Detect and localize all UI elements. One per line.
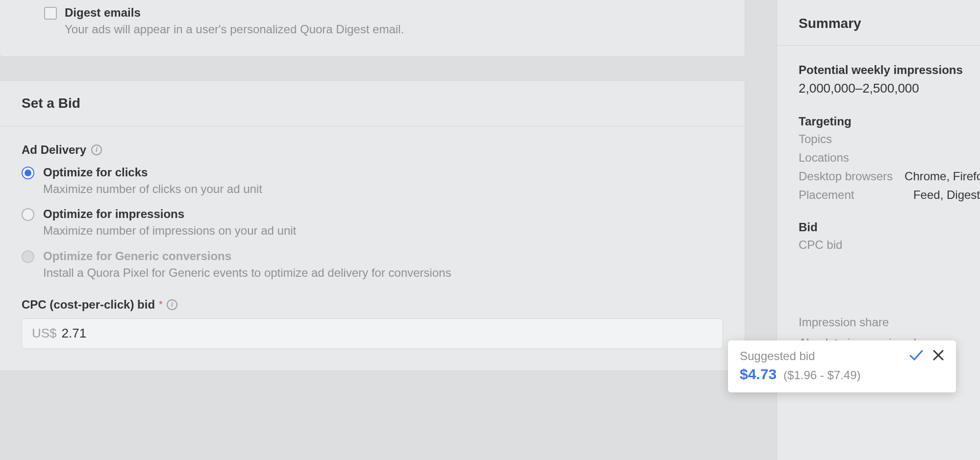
cpc-label: CPC (cost-per-click) bid [22, 298, 155, 312]
summary-title: Summary [777, 0, 980, 46]
info-icon[interactable]: i [91, 145, 102, 155]
targeting-topics-key: Topics [799, 132, 832, 146]
targeting-label: Targeting [799, 115, 980, 128]
optimize-clicks-radio[interactable] [22, 167, 34, 179]
optimize-impressions-radio[interactable] [22, 208, 34, 221]
ad-delivery-label: Ad Delivery [22, 143, 86, 157]
suggested-bid-value: $4.73 [740, 366, 777, 383]
placements-card: Digest emails Your ads will appear in a … [0, 0, 745, 57]
targeting-browsers-val: Chrome, Firefox, Safari, Other [905, 169, 980, 183]
optimize-clicks-row[interactable]: Optimize for clicks Maximize number of c… [22, 166, 723, 196]
cpc-bid-input[interactable] [62, 326, 160, 341]
ad-delivery-label-row: Ad Delivery i [22, 143, 723, 157]
targeting-browsers-key: Desktop browsers [799, 169, 893, 183]
placement-digest-row[interactable]: Digest emails Your ads will appear in a … [0, 0, 745, 43]
optimize-impressions-desc: Maximize number of impressions on your a… [43, 223, 723, 238]
suggested-bid-title: Suggested bid [740, 349, 815, 363]
optimize-impressions-title: Optimize for impressions [43, 207, 723, 221]
optimize-conversions-row: Optimize for Generic conversions Install… [22, 249, 723, 280]
optimize-clicks-desc: Maximize number of clicks on your ad uni… [43, 181, 723, 196]
optimize-conversions-desc: Install a Quora Pixel for Generic events… [43, 265, 723, 280]
optimize-impressions-row[interactable]: Optimize for impressions Maximize number… [22, 207, 723, 238]
targeting-locations-key: Locations [799, 151, 849, 165]
optimize-clicks-title: Optimize for clicks [43, 166, 723, 179]
suggested-bid-tooltip: Suggested bid $4.73 ($1.96 - $7.49) [728, 340, 956, 392]
optimize-conversions-title: Optimize for Generic conversions [43, 249, 723, 263]
required-star: * [159, 299, 163, 310]
targeting-placement-key: Placement [799, 188, 854, 202]
impressions-value: 2,000,000–2,500,000 [799, 81, 980, 96]
currency-prefix: US$ [32, 326, 57, 341]
cpc-bid-input-wrap[interactable]: US$ [22, 318, 723, 349]
impressions-label: Potential weekly impressions [799, 63, 980, 77]
cpc-label-row: CPC (cost-per-click) bid * i [22, 298, 723, 312]
digest-title: Digest emails [65, 6, 723, 20]
accept-icon[interactable] [909, 349, 924, 363]
suggested-bid-range: ($1.96 - $7.49) [783, 368, 860, 382]
info-icon[interactable]: i [167, 299, 177, 310]
ad-delivery-radio-group: Optimize for clicks Maximize number of c… [22, 166, 723, 280]
digest-desc: Your ads will appear in a user's persona… [65, 22, 723, 37]
close-icon[interactable] [932, 349, 944, 363]
bid-section-label: Bid [799, 220, 980, 234]
bid-header-title: Set a Bid [22, 96, 723, 111]
cpc-bid-key: CPC bid [799, 238, 842, 252]
targeting-placement-val: Feed, Digest [913, 188, 980, 202]
impression-share-label: Impression share [799, 315, 889, 329]
bid-card: Set a Bid Ad Delivery i Optimize for cli… [0, 80, 745, 371]
digest-checkbox[interactable] [44, 7, 57, 20]
optimize-conversions-radio [22, 250, 34, 263]
bid-header: Set a Bid [0, 81, 745, 126]
